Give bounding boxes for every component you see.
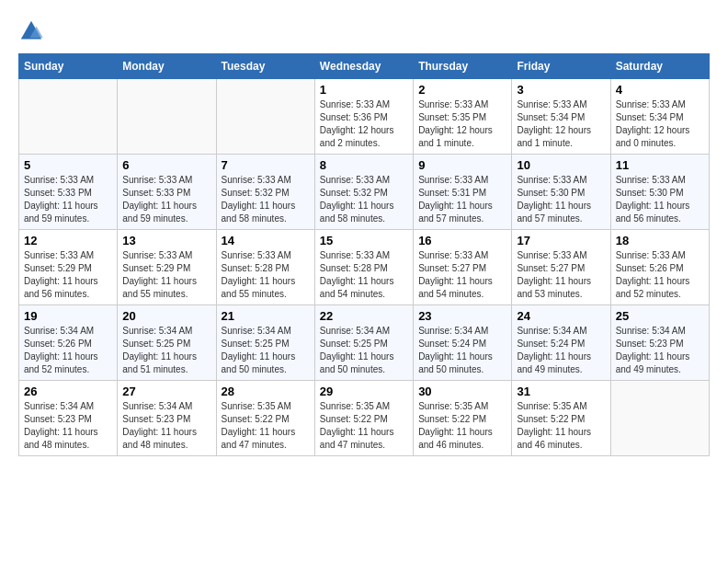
- calendar-cell: 27Sunrise: 5:34 AM Sunset: 5:23 PM Dayli…: [118, 381, 216, 456]
- day-info: Sunrise: 5:33 AM Sunset: 5:30 PM Dayligh…: [616, 174, 704, 225]
- weekday-header-thursday: Thursday: [414, 54, 512, 79]
- weekday-header-wednesday: Wednesday: [314, 54, 413, 79]
- calendar-cell: 13Sunrise: 5:33 AM Sunset: 5:29 PM Dayli…: [118, 230, 216, 305]
- day-number: 1: [320, 83, 408, 97]
- calendar-week-row: 19Sunrise: 5:34 AM Sunset: 5:26 PM Dayli…: [19, 305, 710, 381]
- logo: [18, 18, 48, 44]
- day-info: Sunrise: 5:34 AM Sunset: 5:23 PM Dayligh…: [122, 400, 210, 452]
- calendar-cell: 9Sunrise: 5:33 AM Sunset: 5:31 PM Daylig…: [414, 155, 512, 230]
- day-number: 7: [222, 158, 310, 172]
- calendar-cell: 22Sunrise: 5:34 AM Sunset: 5:25 PM Dayli…: [314, 305, 413, 381]
- day-info: Sunrise: 5:33 AM Sunset: 5:28 PM Dayligh…: [320, 249, 408, 301]
- day-info: Sunrise: 5:33 AM Sunset: 5:34 PM Dayligh…: [517, 98, 605, 150]
- day-number: 12: [24, 234, 112, 247]
- calendar-cell: 7Sunrise: 5:33 AM Sunset: 5:32 PM Daylig…: [216, 155, 314, 230]
- weekday-header-tuesday: Tuesday: [216, 54, 314, 79]
- day-number: 22: [320, 309, 408, 323]
- calendar-cell: 19Sunrise: 5:34 AM Sunset: 5:26 PM Dayli…: [19, 305, 118, 381]
- day-info: Sunrise: 5:33 AM Sunset: 5:29 PM Dayligh…: [24, 249, 112, 301]
- day-number: 14: [222, 234, 310, 247]
- calendar-cell: 10Sunrise: 5:33 AM Sunset: 5:30 PM Dayli…: [512, 155, 610, 230]
- day-number: 6: [122, 158, 210, 172]
- day-number: 8: [320, 158, 408, 172]
- calendar-cell: 31Sunrise: 5:35 AM Sunset: 5:22 PM Dayli…: [512, 381, 610, 456]
- day-number: 2: [418, 83, 506, 97]
- day-info: Sunrise: 5:34 AM Sunset: 5:23 PM Dayligh…: [24, 400, 112, 452]
- calendar-week-row: 12Sunrise: 5:33 AM Sunset: 5:29 PM Dayli…: [19, 230, 710, 305]
- day-info: Sunrise: 5:35 AM Sunset: 5:22 PM Dayligh…: [517, 400, 605, 452]
- day-info: Sunrise: 5:33 AM Sunset: 5:34 PM Dayligh…: [616, 98, 704, 150]
- calendar-week-row: 1Sunrise: 5:33 AM Sunset: 5:36 PM Daylig…: [19, 79, 710, 155]
- calendar-cell: [216, 79, 314, 155]
- weekday-header-saturday: Saturday: [610, 54, 709, 79]
- day-number: 25: [616, 309, 704, 323]
- day-info: Sunrise: 5:33 AM Sunset: 5:32 PM Dayligh…: [320, 174, 408, 225]
- calendar-table: SundayMondayTuesdayWednesdayThursdayFrid…: [18, 53, 710, 456]
- day-info: Sunrise: 5:33 AM Sunset: 5:27 PM Dayligh…: [517, 249, 605, 301]
- calendar-cell: 2Sunrise: 5:33 AM Sunset: 5:35 PM Daylig…: [414, 79, 512, 155]
- day-info: Sunrise: 5:33 AM Sunset: 5:32 PM Dayligh…: [222, 174, 310, 225]
- calendar-cell: 15Sunrise: 5:33 AM Sunset: 5:28 PM Dayli…: [314, 230, 413, 305]
- calendar-cell: 21Sunrise: 5:34 AM Sunset: 5:25 PM Dayli…: [216, 305, 314, 381]
- calendar-week-row: 5Sunrise: 5:33 AM Sunset: 5:33 PM Daylig…: [19, 155, 710, 230]
- day-number: 27: [122, 385, 210, 398]
- day-number: 21: [222, 309, 310, 323]
- day-info: Sunrise: 5:33 AM Sunset: 5:28 PM Dayligh…: [222, 249, 310, 301]
- day-number: 23: [418, 309, 506, 323]
- day-number: 3: [517, 83, 605, 97]
- calendar-cell: 18Sunrise: 5:33 AM Sunset: 5:26 PM Dayli…: [610, 230, 709, 305]
- day-info: Sunrise: 5:33 AM Sunset: 5:29 PM Dayligh…: [122, 249, 210, 301]
- logo-icon: [18, 18, 44, 44]
- day-info: Sunrise: 5:33 AM Sunset: 5:30 PM Dayligh…: [517, 174, 605, 225]
- day-number: 26: [24, 385, 112, 398]
- calendar-cell: 8Sunrise: 5:33 AM Sunset: 5:32 PM Daylig…: [314, 155, 413, 230]
- day-number: 10: [517, 158, 605, 172]
- day-number: 16: [418, 234, 506, 247]
- day-info: Sunrise: 5:33 AM Sunset: 5:35 PM Dayligh…: [418, 98, 506, 150]
- calendar-cell: 16Sunrise: 5:33 AM Sunset: 5:27 PM Dayli…: [414, 230, 512, 305]
- day-number: 4: [616, 83, 704, 97]
- header: [18, 18, 710, 44]
- calendar-cell: 3Sunrise: 5:33 AM Sunset: 5:34 PM Daylig…: [512, 79, 610, 155]
- calendar-cell: 17Sunrise: 5:33 AM Sunset: 5:27 PM Dayli…: [512, 230, 610, 305]
- calendar-cell: 26Sunrise: 5:34 AM Sunset: 5:23 PM Dayli…: [19, 381, 118, 456]
- day-number: 28: [222, 385, 310, 398]
- calendar-cell: 30Sunrise: 5:35 AM Sunset: 5:22 PM Dayli…: [414, 381, 512, 456]
- day-info: Sunrise: 5:34 AM Sunset: 5:23 PM Dayligh…: [616, 325, 704, 376]
- day-number: 18: [616, 234, 704, 247]
- calendar-cell: [610, 381, 709, 456]
- day-info: Sunrise: 5:34 AM Sunset: 5:25 PM Dayligh…: [320, 325, 408, 376]
- day-number: 11: [616, 158, 704, 172]
- calendar-cell: 20Sunrise: 5:34 AM Sunset: 5:25 PM Dayli…: [118, 305, 216, 381]
- day-info: Sunrise: 5:35 AM Sunset: 5:22 PM Dayligh…: [222, 400, 310, 452]
- calendar-cell: 12Sunrise: 5:33 AM Sunset: 5:29 PM Dayli…: [19, 230, 118, 305]
- calendar-cell: [118, 79, 216, 155]
- day-number: 13: [122, 234, 210, 247]
- calendar-cell: 5Sunrise: 5:33 AM Sunset: 5:33 PM Daylig…: [19, 155, 118, 230]
- day-number: 24: [517, 309, 605, 323]
- calendar-week-row: 26Sunrise: 5:34 AM Sunset: 5:23 PM Dayli…: [19, 381, 710, 456]
- day-info: Sunrise: 5:34 AM Sunset: 5:25 PM Dayligh…: [222, 325, 310, 376]
- calendar-cell: 24Sunrise: 5:34 AM Sunset: 5:24 PM Dayli…: [512, 305, 610, 381]
- weekday-header-row: SundayMondayTuesdayWednesdayThursdayFrid…: [19, 54, 710, 79]
- calendar-cell: 28Sunrise: 5:35 AM Sunset: 5:22 PM Dayli…: [216, 381, 314, 456]
- calendar-cell: 4Sunrise: 5:33 AM Sunset: 5:34 PM Daylig…: [610, 79, 709, 155]
- day-info: Sunrise: 5:34 AM Sunset: 5:25 PM Dayligh…: [122, 325, 210, 376]
- day-info: Sunrise: 5:35 AM Sunset: 5:22 PM Dayligh…: [320, 400, 408, 452]
- day-number: 20: [122, 309, 210, 323]
- day-info: Sunrise: 5:33 AM Sunset: 5:27 PM Dayligh…: [418, 249, 506, 301]
- calendar-cell: 14Sunrise: 5:33 AM Sunset: 5:28 PM Dayli…: [216, 230, 314, 305]
- weekday-header-monday: Monday: [118, 54, 216, 79]
- day-number: 15: [320, 234, 408, 247]
- day-number: 9: [418, 158, 506, 172]
- day-info: Sunrise: 5:34 AM Sunset: 5:24 PM Dayligh…: [517, 325, 605, 376]
- weekday-header-sunday: Sunday: [19, 54, 118, 79]
- day-info: Sunrise: 5:34 AM Sunset: 5:24 PM Dayligh…: [418, 325, 506, 376]
- calendar-cell: 6Sunrise: 5:33 AM Sunset: 5:33 PM Daylig…: [118, 155, 216, 230]
- day-number: 19: [24, 309, 112, 323]
- day-number: 30: [418, 385, 506, 398]
- day-number: 5: [24, 158, 112, 172]
- day-info: Sunrise: 5:35 AM Sunset: 5:22 PM Dayligh…: [418, 400, 506, 452]
- day-info: Sunrise: 5:33 AM Sunset: 5:36 PM Dayligh…: [320, 98, 408, 150]
- day-number: 29: [320, 385, 408, 398]
